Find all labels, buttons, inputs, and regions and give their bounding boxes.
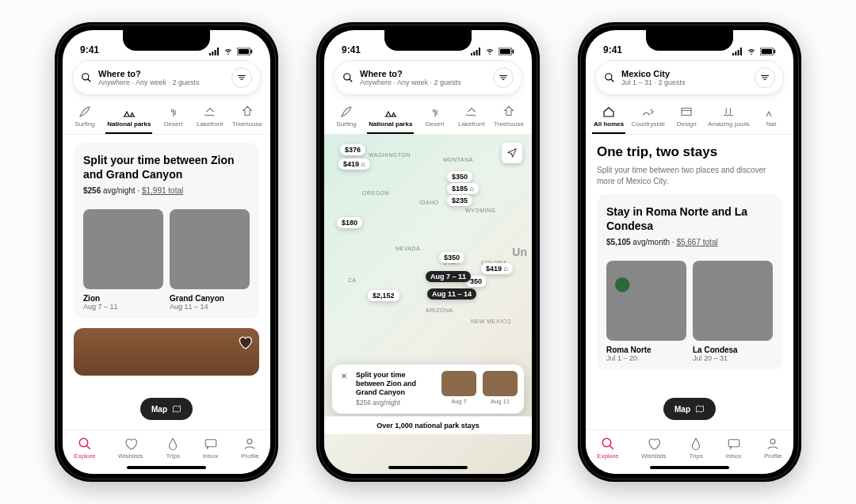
map-price-pin[interactable]: $235 xyxy=(447,195,472,206)
nav-label: Explore xyxy=(74,452,95,460)
map-price-pin[interactable]: $185 ⌂ xyxy=(447,183,479,194)
countryside-icon xyxy=(641,105,655,119)
stay-image-zion xyxy=(83,209,163,289)
map-price-pin[interactable]: Aug 11 – 14 xyxy=(427,288,476,300)
cat-label: Desert xyxy=(164,120,183,128)
search-bar[interactable]: Where to? Anywhere · Any week · 2 guests xyxy=(72,60,261,95)
stay-item[interactable]: Zion Aug 7 – 11 xyxy=(83,209,163,311)
content-area[interactable]: One trip, two stays Split your time betw… xyxy=(586,135,793,474)
nav-explore[interactable]: Explore xyxy=(74,437,95,460)
nav-inbox[interactable]: Inbox xyxy=(203,437,219,460)
map-toggle-button[interactable]: Map xyxy=(140,398,193,420)
lakefront-icon xyxy=(203,105,217,119)
svg-rect-8 xyxy=(500,49,510,55)
locate-me-button[interactable] xyxy=(502,143,522,163)
map-price-pin[interactable]: Aug 7 – 11 xyxy=(426,271,471,282)
price-avg: $5,105 xyxy=(606,238,631,246)
nav-inbox[interactable]: Inbox xyxy=(726,437,742,460)
nav-trips[interactable]: Trips xyxy=(166,437,180,460)
filter-button[interactable] xyxy=(231,67,252,88)
svg-rect-17 xyxy=(728,440,739,447)
category-surfing[interactable]: Surfing xyxy=(331,101,362,134)
card-thumb: Aug 11 xyxy=(483,371,518,407)
price-mid: avg/month · xyxy=(631,238,677,246)
category-national-parks[interactable]: Nat xyxy=(755,101,787,134)
design-icon xyxy=(679,105,694,119)
category-lakefront[interactable]: Lakefront xyxy=(194,101,226,134)
svg-rect-5 xyxy=(205,440,216,447)
search-bar[interactable]: Mexico City Jul 1 – 31 · 2 guests xyxy=(595,60,784,95)
pool-icon xyxy=(722,105,736,119)
home-indicator[interactable] xyxy=(388,466,468,469)
search-title: Where to? xyxy=(98,69,225,78)
price-total: $1,991 total xyxy=(142,186,183,195)
nav-trips[interactable]: Trips xyxy=(689,437,703,460)
stay-item[interactable]: Grand Canyon Aug 11 – 14 xyxy=(170,209,250,311)
category-desert[interactable]: Desert xyxy=(419,101,451,134)
wifi-icon xyxy=(223,48,234,55)
map-price-pin[interactable]: $350 xyxy=(447,171,472,182)
category-lakefront[interactable]: Lakefront xyxy=(456,101,487,134)
content-area[interactable]: Split your time between Zion and Grand C… xyxy=(63,135,270,474)
map-price-pin[interactable]: $419 ⌂ xyxy=(481,263,513,274)
map-container[interactable]: Un WASHINGTONMONTANAOREGONIDAHOWYOMINGNE… xyxy=(324,135,532,474)
nav-label: Wishlists xyxy=(118,452,143,460)
map-state-label: ARIZONA xyxy=(426,307,453,313)
home-indicator[interactable] xyxy=(127,466,206,469)
nav-label: Inbox xyxy=(726,452,742,460)
heart-icon xyxy=(124,437,138,451)
card-title: Split your time between Zion and Grand C… xyxy=(356,371,435,398)
nav-explore[interactable]: Explore xyxy=(597,437,618,460)
split-stay-card[interactable]: Split your time between Zion and Grand C… xyxy=(74,143,259,319)
map-price-pin[interactable]: $180 xyxy=(337,217,362,228)
category-surfing[interactable]: Surfing xyxy=(69,101,101,134)
map-price-pin[interactable]: $350 xyxy=(439,252,464,263)
map-price-pin[interactable]: $419 ⌂ xyxy=(338,158,370,170)
stay-name: Roma Norte xyxy=(606,346,686,354)
category-national-parks[interactable]: National parks xyxy=(367,101,414,134)
svg-rect-9 xyxy=(513,50,514,54)
stay-item[interactable]: La Condesa Jul 20 – 31 xyxy=(693,261,773,362)
battery-icon xyxy=(760,48,776,55)
category-treehouse[interactable]: Treehouse xyxy=(492,101,525,134)
listing-preview[interactable] xyxy=(74,328,259,376)
category-desert[interactable]: Desert xyxy=(158,101,189,134)
filter-button[interactable] xyxy=(755,67,775,88)
nav-profile[interactable]: Profile xyxy=(764,437,782,460)
category-all-homes[interactable]: All homes xyxy=(592,101,625,134)
svg-point-18 xyxy=(770,439,775,444)
nav-label: Trips xyxy=(689,452,702,460)
wishlist-heart-icon[interactable] xyxy=(237,334,253,350)
stay-dates: Aug 7 – 11 xyxy=(83,303,163,311)
nav-label: Inbox xyxy=(203,452,219,460)
map-price-pin[interactable]: $2,152 xyxy=(368,290,399,301)
cellular-icon xyxy=(470,48,481,55)
phone-frame-2: 9:41 Where to? Anywhere · Any week · 2 g… xyxy=(316,22,540,482)
map-toggle-button[interactable]: Map xyxy=(663,398,716,420)
nav-wishlists[interactable]: Wishlists xyxy=(118,437,143,460)
map-country-label: Un xyxy=(512,246,527,258)
stay-item[interactable]: Roma Norte Jul 1 – 20 xyxy=(606,261,686,362)
svg-point-3 xyxy=(82,74,89,80)
cat-label: Desert xyxy=(426,120,445,128)
split-stay-card[interactable]: Stay in Roma Norte and La Condesa $5,105… xyxy=(597,194,782,370)
map-result-card[interactable]: ✕ Split your time between Zion and Grand… xyxy=(332,365,524,414)
nav-wishlists[interactable]: Wishlists xyxy=(641,437,667,460)
category-national-parks[interactable]: National parks xyxy=(105,101,152,134)
filter-button[interactable] xyxy=(493,67,514,88)
home-indicator[interactable] xyxy=(650,466,729,469)
search-bar[interactable]: Where to? Anywhere · Any week · 2 guests xyxy=(334,60,522,95)
map-footer-summary[interactable]: Over 1,000 national park stays xyxy=(324,416,532,434)
close-card-button[interactable]: ✕ xyxy=(338,371,350,382)
thumb-date: Aug 11 xyxy=(491,398,510,405)
category-amazing-pools[interactable]: Amazing pools xyxy=(706,101,751,134)
category-design[interactable]: Design xyxy=(671,101,702,134)
map-state-label: NEVADA xyxy=(396,246,420,251)
nav-profile[interactable]: Profile xyxy=(241,437,259,460)
cat-label: Nat xyxy=(766,120,776,128)
map-price-pin[interactable]: $376 xyxy=(340,144,365,155)
category-countryside[interactable]: Countryside xyxy=(629,101,667,134)
category-treehouse[interactable]: Treehouse xyxy=(231,101,264,134)
lakefront-icon xyxy=(464,105,479,119)
filter-icon xyxy=(237,73,246,82)
